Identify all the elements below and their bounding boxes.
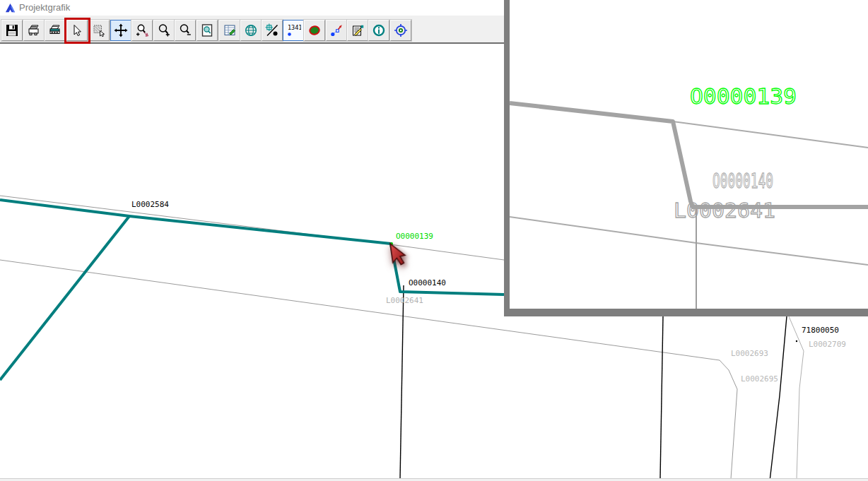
center-icon <box>394 23 408 37</box>
pipe-teal-main <box>0 200 504 295</box>
zoom-window-icon <box>200 23 214 37</box>
zoom-selection-button[interactable] <box>131 20 153 41</box>
measure-button[interactable] <box>326 20 347 41</box>
toolbar: 1341 <box>0 16 504 44</box>
marquee-select-button[interactable] <box>88 20 110 41</box>
attribute-table-icon <box>223 23 237 37</box>
select-button[interactable] <box>66 20 88 41</box>
measure-icon <box>329 23 344 37</box>
zoom-in-icon <box>157 23 171 37</box>
point-number-icon: 1341 <box>286 23 301 38</box>
info-button[interactable] <box>368 20 389 41</box>
inset-label: O0000140 <box>712 170 773 193</box>
window-title: Projektgrafik <box>19 2 70 13</box>
inset-thin-lower <box>510 217 868 265</box>
inset-drawing: L0002641 O0000139O0000140 <box>510 0 868 309</box>
inset-thin-upper <box>673 121 868 148</box>
marquee-select-icon <box>92 23 106 37</box>
zoom-out-icon <box>178 23 192 37</box>
boundary-black-2 <box>660 316 663 479</box>
print-setup-icon <box>48 23 62 37</box>
pipe-teal-branch <box>0 216 129 380</box>
title-bar: Projektgrafik <box>0 0 504 16</box>
zoom-in-button[interactable] <box>153 20 175 41</box>
projektgrafik-window: Projektgrafik L0002584O0000139O0000140L0… <box>0 0 868 481</box>
point-marker <box>796 340 797 342</box>
pan-button[interactable] <box>110 20 131 41</box>
point-line-icon <box>265 23 279 37</box>
boundary-black-1 <box>400 285 404 479</box>
select-cursor-icon <box>70 23 84 37</box>
print-icon <box>27 23 41 37</box>
zoom-inset-panel: L0002641 O0000139O0000140 <box>504 0 868 316</box>
inset-thick-main <box>510 103 868 207</box>
toggle-point-symbols-button[interactable] <box>262 20 283 41</box>
area-icon <box>307 23 322 37</box>
attribute-table-button[interactable] <box>219 20 240 41</box>
info-icon <box>372 23 386 37</box>
print-setup-button[interactable] <box>45 20 66 41</box>
globe-icon <box>244 23 258 37</box>
boundary-black-3 <box>770 316 787 481</box>
inset-label: O0000139 <box>690 84 797 109</box>
point-numbers-button[interactable]: 1341 <box>283 20 304 41</box>
zoom-selection-icon <box>135 23 149 37</box>
window-bottom-edge <box>0 478 868 481</box>
pan-icon <box>114 23 128 37</box>
zoom-out-button[interactable] <box>175 20 196 41</box>
point-number-sample: 1341 <box>288 24 301 31</box>
globe-button[interactable] <box>240 20 262 41</box>
save-icon <box>5 23 19 37</box>
area-button[interactable] <box>304 20 325 41</box>
print-button[interactable] <box>23 20 45 41</box>
cursor-pointer <box>386 239 414 271</box>
zoom-window-button[interactable] <box>197 20 218 41</box>
app-logo-icon <box>5 3 16 13</box>
edit-attributes-icon <box>351 23 365 37</box>
center-on-point-button[interactable] <box>390 20 411 41</box>
save-button[interactable] <box>1 20 23 41</box>
edit-attributes-button[interactable] <box>347 20 368 41</box>
